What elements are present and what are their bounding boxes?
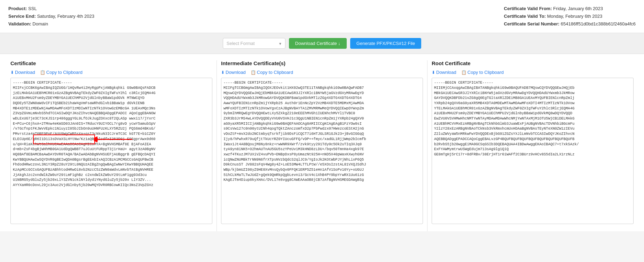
certs-container: Certificate ⬇ Download 📋 Copy to Clipboa… [0, 54, 644, 231]
copy-label-2: Copy to Clipboard [468, 70, 504, 75]
download-label-0: Download [15, 70, 35, 75]
cert-actions-1: ⬇ Download 📋 Copy to Clipboard [221, 70, 423, 75]
valid-to-value: Monday, February 6th 2023 [547, 14, 603, 19]
copy-icon-1: 📋 [251, 70, 256, 75]
toolbar: Select Format Download Certificate ↓ Gen… [0, 33, 644, 54]
cert-content-1[interactable]: -----BEGIN CERTIFICATE----- MIIFgTCCBGmg… [221, 78, 423, 224]
download-icon-1: ⬇ [221, 70, 225, 75]
top-info-bar: Product: SSL Service End: Saturday, Febr… [0, 0, 644, 33]
download-label-1: Download [226, 70, 246, 75]
cert-actions-0: ⬇ Download 📋 Copy to Clipboard [10, 70, 212, 75]
generate-label: Generate PFX/PKCS#12 File [356, 41, 415, 46]
valid-from-value: Friday, January 6th 2023 [553, 6, 603, 11]
product-label: Product: [8, 6, 27, 11]
cert-actions-2: ⬇ Download 📋 Copy to Clipboard [432, 70, 634, 75]
cert-panel-2: Root Certificate ⬇ Download 📋 Copy to Cl… [427, 60, 638, 231]
cert-panel-0: Certificate ⬇ Download 📋 Copy to Clipboa… [6, 60, 217, 231]
valid-to-label: Certificate Valid To: [504, 14, 546, 19]
download-icon-0: ⬇ [10, 70, 14, 75]
valid-from-label: Certificate Valid From: [504, 6, 552, 11]
cert-title-0: Certificate [10, 60, 212, 66]
copy-link-1[interactable]: 📋 Copy to Clipboard [251, 70, 293, 75]
validation-value: Domain [32, 21, 48, 26]
serial-label: Certificate Serial Number: [504, 21, 560, 26]
download-link-0[interactable]: ⬇ Download [10, 70, 35, 75]
copy-label-0: Copy to Clipboard [46, 70, 83, 75]
top-info-left: Product: SSL Service End: Saturday, Febr… [8, 5, 94, 28]
select-format-dropdown[interactable]: Select Format [223, 38, 285, 49]
serial-value: 654186ff51d0bd1c388b61f2460a4fc6 [561, 21, 636, 26]
certs-wrapper: Certificate ⬇ Download 📋 Copy to Clipboa… [0, 54, 644, 231]
download-label-2: Download [436, 70, 456, 75]
copy-label-1: Copy to Clipboard [257, 70, 293, 75]
download-link-2[interactable]: ⬇ Download [432, 70, 456, 75]
copy-icon-2: 📋 [461, 70, 466, 75]
copy-icon-0: 📋 [40, 70, 45, 75]
download-certificate-button[interactable]: Download Certificate ↓ [289, 38, 347, 49]
cert-content-0[interactable]: -----BEGIN CERTIFICATE----- MIIFxjCCBK6g… [10, 78, 212, 224]
cert-content-2[interactable]: -----BEGIN CERTIFICATE----- MIIEMjCCAxqg… [432, 78, 634, 224]
service-end-label: Service End: [8, 14, 36, 19]
service-end-value: Saturday, February 4th 2023 [37, 14, 94, 19]
product-value: SSL [28, 6, 37, 11]
cert-title-1: Intermediate Certificate(s) [221, 60, 423, 66]
copy-link-2[interactable]: 📋 Copy to Clipboard [461, 70, 504, 75]
select-format-wrapper[interactable]: Select Format [223, 38, 285, 49]
download-icon-2: ⬇ [432, 70, 435, 75]
validation-label: Validation: [8, 21, 31, 26]
download-link-1[interactable]: ⬇ Download [221, 70, 246, 75]
generate-pfx-button[interactable]: Generate PFX/PKCS#12 File [350, 38, 421, 49]
copy-link-0[interactable]: 📋 Copy to Clipboard [40, 70, 83, 75]
top-info-right: Certificate Valid From: Friday, January … [504, 5, 636, 28]
cert-title-2: Root Certificate [432, 60, 634, 66]
download-cert-label: Download Certificate ↓ [295, 41, 340, 46]
cert-panel-1: Intermediate Certificate(s) ⬇ Download 📋… [217, 60, 427, 231]
